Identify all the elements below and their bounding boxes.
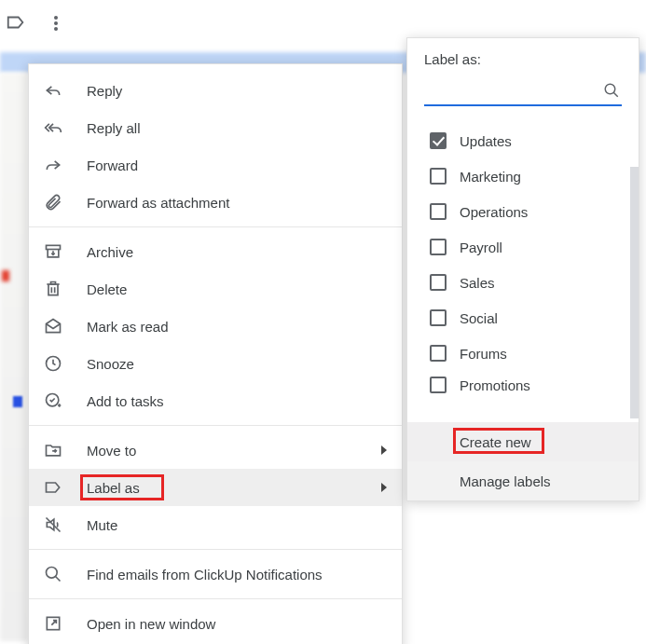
chevron-right-icon (381, 445, 387, 455)
mute-icon (44, 515, 62, 534)
label-search-input[interactable] (424, 76, 622, 104)
manage-labels[interactable]: Manage labels (407, 461, 639, 500)
menu-label-as[interactable]: Label as (29, 469, 402, 506)
scrollbar[interactable] (630, 167, 639, 418)
label-option[interactable]: Social (407, 300, 639, 336)
divider (29, 598, 402, 599)
open-window-icon (44, 614, 62, 633)
menu-label: Add to tasks (87, 393, 164, 409)
label-name: Promotions (460, 377, 530, 393)
label-option[interactable]: Payroll (407, 229, 639, 265)
label-icon (44, 478, 62, 497)
menu-label: Move to (87, 443, 136, 459)
search-icon (44, 565, 62, 583)
divider (29, 226, 402, 227)
menu-label: Reply all (87, 120, 141, 136)
context-menu: Reply Reply all Forward Forward as attac… (28, 63, 403, 644)
divider (29, 425, 402, 426)
label-name: Social (460, 310, 498, 326)
label-name: Marketing (460, 169, 521, 185)
menu-reply-all[interactable]: Reply all (29, 109, 402, 146)
checkbox-icon (430, 377, 447, 393)
label-option[interactable]: Sales (407, 265, 639, 300)
checkbox-icon (430, 239, 447, 255)
label-option[interactable]: Forums (407, 336, 639, 371)
reply-all-icon (44, 118, 62, 137)
menu-mute[interactable]: Mute (29, 506, 402, 543)
menu-archive[interactable]: Archive (29, 233, 402, 270)
menu-open-window[interactable]: Open in new window (29, 605, 402, 642)
label-name: Updates (460, 133, 512, 149)
svg-rect-0 (47, 245, 61, 249)
menu-reply[interactable]: Reply (29, 72, 402, 109)
menu-forward[interactable]: Forward (29, 146, 402, 184)
create-new-label[interactable]: Create new (407, 422, 639, 461)
menu-label: Open in new window (87, 616, 215, 632)
labels-icon[interactable] (6, 12, 26, 35)
reply-icon (44, 81, 62, 100)
checkbox-icon (430, 309, 447, 326)
submenu-actions: Create new Manage labels (407, 422, 639, 500)
menu-label: Label as (87, 480, 140, 496)
menu-add-tasks[interactable]: Add to tasks (29, 382, 402, 419)
mail-open-icon (44, 317, 62, 336)
menu-find-emails[interactable]: Find emails from ClickUp Notifications (29, 555, 402, 593)
label-option[interactable]: Updates (407, 123, 639, 158)
label-option[interactable]: Operations (407, 194, 639, 229)
svg-point-5 (605, 84, 615, 94)
menu-label: Forward as attachment (87, 195, 229, 211)
menu-label: Forward (87, 158, 138, 173)
menu-forward-attachment[interactable]: Forward as attachment (29, 184, 402, 221)
checkbox-icon (430, 203, 447, 220)
label-option[interactable]: Marketing (407, 158, 639, 194)
label-name: Sales (460, 275, 495, 291)
menu-mark-read[interactable]: Mark as read (29, 308, 402, 345)
label-as-submenu: Label as: Updates Marketing Operations P… (406, 37, 639, 501)
divider (29, 549, 402, 550)
menu-label: Mute (87, 517, 117, 533)
menu-label: Archive (87, 244, 133, 260)
snooze-icon (44, 354, 62, 373)
menu-snooze[interactable]: Snooze (29, 345, 402, 382)
delete-icon (44, 280, 62, 298)
menu-label: Snooze (87, 356, 134, 372)
checkbox-icon (430, 132, 447, 149)
checkbox-icon (430, 168, 447, 185)
archive-icon (44, 242, 62, 261)
menu-delete[interactable]: Delete (29, 270, 402, 308)
label-list: Updates Marketing Operations Payroll Sal… (407, 110, 639, 422)
search-icon (603, 82, 620, 102)
menu-label: Reply (87, 83, 122, 99)
checkbox-icon (430, 345, 447, 362)
add-task-icon (44, 391, 62, 410)
label-name: Payroll (460, 240, 502, 255)
more-icon[interactable] (47, 14, 65, 33)
svg-point-3 (47, 568, 58, 579)
label-name: Forums (460, 346, 507, 362)
label-name: Operations (460, 204, 528, 220)
menu-move-to[interactable]: Move to (29, 432, 402, 469)
menu-label: Delete (87, 281, 127, 297)
forward-icon (44, 156, 62, 174)
chevron-right-icon (381, 483, 387, 492)
action-label: Create new (460, 434, 531, 450)
action-label: Manage labels (460, 473, 551, 489)
menu-label: Mark as read (87, 319, 169, 335)
submenu-title: Label as: (407, 38, 639, 73)
move-to-icon (44, 441, 62, 459)
attachment-icon (44, 193, 62, 212)
label-search[interactable] (424, 76, 622, 106)
checkbox-icon (430, 274, 447, 291)
menu-label: Find emails from ClickUp Notifications (87, 567, 323, 582)
label-option[interactable]: Promotions (407, 371, 639, 399)
